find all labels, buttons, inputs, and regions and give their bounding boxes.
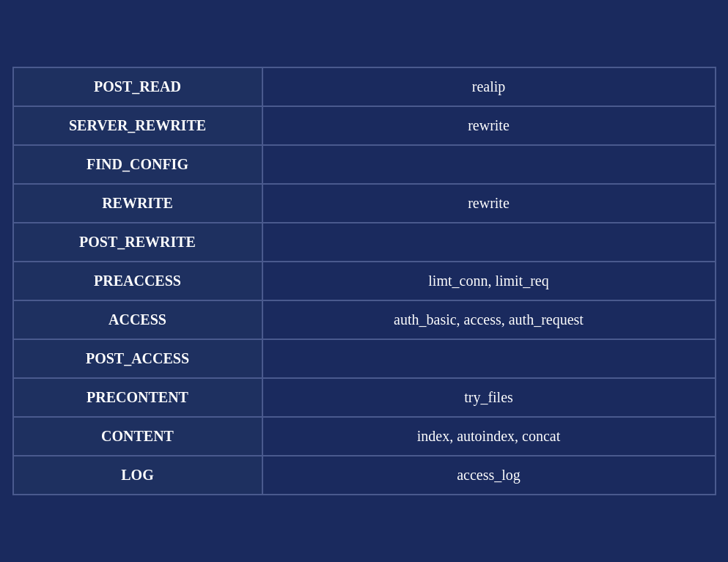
phase-cell: FIND_CONFIG bbox=[14, 146, 263, 183]
modules-cell: access_log bbox=[263, 456, 715, 494]
phase-cell: ACCESS bbox=[14, 301, 263, 339]
table-row: FIND_CONFIG bbox=[14, 146, 715, 185]
modules-cell: rewrite bbox=[263, 107, 715, 144]
modules-cell: index, autoindex, concat bbox=[263, 418, 715, 455]
phase-cell: POST_READ bbox=[14, 68, 263, 106]
table-row: REWRITErewrite bbox=[14, 185, 715, 223]
modules-cell: auth_basic, access, auth_request bbox=[263, 301, 715, 339]
table-row: POST_REWRITE bbox=[14, 223, 715, 262]
phase-cell: POST_REWRITE bbox=[14, 223, 263, 261]
phase-cell: REWRITE bbox=[14, 185, 263, 222]
phase-cell: SERVER_REWRITE bbox=[14, 107, 263, 144]
phase-cell: LOG bbox=[14, 456, 263, 494]
phase-cell: CONTENT bbox=[14, 418, 263, 455]
phases-table: POST_READrealipSERVER_REWRITErewriteFIND… bbox=[12, 67, 716, 495]
table-row: LOGaccess_log bbox=[14, 456, 715, 494]
modules-cell bbox=[263, 223, 715, 261]
phase-cell: PRECONTENT bbox=[14, 379, 263, 416]
table-row: PRECONTENTtry_files bbox=[14, 379, 715, 418]
modules-cell bbox=[263, 340, 715, 377]
table-row: POST_READrealip bbox=[14, 68, 715, 107]
phase-cell: POST_ACCESS bbox=[14, 340, 263, 377]
phase-cell: PREACCESS bbox=[14, 262, 263, 300]
modules-cell: rewrite bbox=[263, 185, 715, 222]
table-row: ACCESSauth_basic, access, auth_request bbox=[14, 301, 715, 340]
modules-cell: limt_conn, limit_req bbox=[263, 262, 715, 300]
modules-cell: realip bbox=[263, 68, 715, 106]
table-row: POST_ACCESS bbox=[14, 340, 715, 379]
modules-cell: try_files bbox=[263, 379, 715, 416]
modules-cell bbox=[263, 146, 715, 183]
table-row: SERVER_REWRITErewrite bbox=[14, 107, 715, 146]
table-row: CONTENTindex, autoindex, concat bbox=[14, 418, 715, 456]
table-row: PREACCESSlimt_conn, limit_req bbox=[14, 262, 715, 301]
